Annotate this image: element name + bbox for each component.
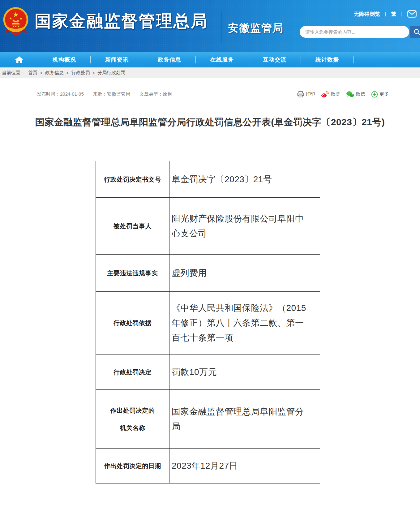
row-value: 阳光财产保险股份有限公司阜阳中心支公司	[169, 198, 320, 255]
row-label: 主要违法违规事实	[96, 255, 169, 292]
accessibility-link[interactable]: 无障碍浏览	[354, 11, 380, 18]
article-type: 文章类型：原创	[139, 91, 172, 97]
search-icon	[413, 28, 420, 36]
top-links-separator: |	[401, 11, 402, 16]
print-icon	[297, 91, 304, 97]
row-value: 2023年12月27日	[169, 449, 320, 483]
main-nav: 机构概况 新闻资讯 政务信息 在线服务 互动交流 统计数据	[0, 52, 420, 67]
site-title: 国家金融监督管理总局	[35, 10, 208, 32]
bureau-name: 安徽监管局	[228, 21, 284, 35]
row-label: 行政处罚依据	[96, 292, 169, 354]
breadcrumb-item-home[interactable]: 首页	[28, 70, 37, 76]
breadcrumb-separator: >	[40, 70, 43, 75]
nav-home-button[interactable]	[0, 52, 38, 67]
breadcrumb-item-xingzheng[interactable]: 行政处罚	[71, 70, 90, 76]
print-button[interactable]: 打印	[297, 91, 315, 97]
share-actions: 打印 微博	[297, 91, 409, 98]
search-bar	[300, 26, 420, 38]
breadcrumb-label: 当前位置：	[2, 70, 25, 76]
publish-date: 发布时间：2024-01-05	[37, 91, 84, 97]
nav-item-tongji[interactable]: 统计数据	[301, 52, 354, 67]
breadcrumb: 当前位置： 首页 > 政务信息 > 行政处罚 > 分局行政处罚	[0, 67, 420, 78]
table-row: 主要违法违规事实 虚列费用	[96, 255, 320, 292]
article-meta-row: 发布时间：2024-01-05 来源：安徽监管局 文章类型：原创 打印	[19, 80, 409, 108]
search-input[interactable]	[300, 26, 409, 38]
more-plus-icon	[371, 91, 378, 98]
breadcrumb-item-fenju[interactable]: 分局行政处罚	[97, 70, 125, 76]
row-label: 作出处罚决定的 机关名称	[96, 390, 169, 449]
traditional-chinese-link[interactable]: 繁	[391, 11, 396, 18]
row-label: 行政处罚决定书文号	[96, 161, 169, 198]
nav-item-zhengwu[interactable]: 政务信息	[143, 52, 196, 67]
wechat-share-button[interactable]: 微信	[346, 91, 365, 98]
weibo-share-button[interactable]: 微博	[321, 91, 340, 98]
nav-item-xinwen[interactable]: 新闻资讯	[91, 52, 143, 67]
banner-divider	[221, 12, 221, 42]
row-label: 行政处罚决定	[96, 354, 169, 390]
more-share-button[interactable]: 更多	[371, 91, 389, 98]
table-row: 行政处罚决定 罚款10万元	[96, 354, 320, 390]
table-row: 行政处罚决定书文号 阜金罚决字〔2023〕21号	[96, 161, 320, 198]
top-links-separator: |	[385, 11, 386, 16]
row-value: 阜金罚决字〔2023〕21号	[169, 161, 320, 198]
row-label-line2: 机关名称	[96, 423, 169, 432]
table-row: 作出处罚决定的日期 2023年12月27日	[96, 449, 320, 483]
site-banner: 国家金融监督管理总局 安徽监管局 无障碍浏览 | 繁 |	[0, 0, 420, 52]
nav-item-jigou[interactable]: 机构概况	[38, 52, 91, 67]
page-title: 国家金融监督管理总局阜阳监管分局行政处罚信息公开表(阜金罚决字〔2023〕21号…	[21, 116, 399, 129]
breadcrumb-item-zhengwu[interactable]: 政务信息	[45, 70, 64, 76]
article-source: 来源：安徽监管局	[93, 91, 130, 97]
article-meta: 发布时间：2024-01-05 来源：安徽监管局 文章类型：原创	[19, 91, 181, 97]
table-row: 行政处罚依据 《中华人民共和国保险法》（2015年修正）第八十六条第二款、第一百…	[96, 292, 320, 354]
home-icon	[15, 56, 24, 64]
row-value: 虚列费用	[169, 255, 320, 292]
weibo-icon	[321, 91, 329, 98]
table-row: 被处罚当事人 阳光财产保险股份有限公司阜阳中心支公司	[96, 198, 320, 255]
row-label: 被处罚当事人	[96, 198, 169, 255]
search-button[interactable]	[410, 26, 420, 38]
national-emblem-logo	[2, 6, 29, 36]
mail-icon[interactable]	[407, 10, 417, 18]
breadcrumb-separator: >	[92, 70, 95, 75]
row-value: 《中华人民共和国保险法》（2015年修正）第八十六条第二款、第一百七十条第一项	[169, 292, 320, 354]
nav-item-zaixian[interactable]: 在线服务	[196, 52, 248, 67]
nav-item-hudong[interactable]: 互动交流	[248, 52, 301, 67]
row-label: 作出处罚决定的日期	[96, 449, 169, 483]
penalty-info-table: 行政处罚决定书文号 阜金罚决字〔2023〕21号 被处罚当事人 阳光财产保险股份…	[96, 161, 320, 483]
breadcrumb-separator: >	[66, 70, 69, 75]
wechat-icon	[346, 91, 354, 98]
row-value: 罚款10万元	[169, 354, 320, 390]
article-panel: 发布时间：2024-01-05 来源：安徽监管局 文章类型：原创 打印	[2, 80, 418, 483]
row-value: 国家金融监督管理总局阜阳监管分局	[169, 390, 320, 449]
row-label-line1: 作出处罚决定的	[96, 406, 169, 415]
table-row: 作出处罚决定的 机关名称 国家金融监督管理总局阜阳监管分局	[96, 390, 320, 449]
top-links: 无障碍浏览 | 繁 |	[354, 10, 417, 18]
